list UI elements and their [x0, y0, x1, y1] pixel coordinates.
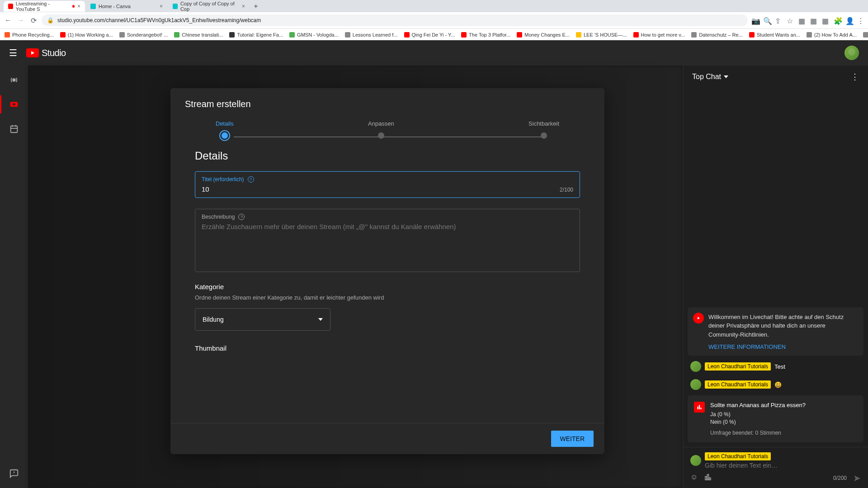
chat-text: 😃	[774, 381, 782, 388]
next-button[interactable]: WEITER	[551, 431, 594, 447]
camera-icon[interactable]: 📷	[751, 17, 759, 24]
bookmark-item[interactable]: Chinese translati...	[174, 32, 223, 38]
tab-favicon	[90, 4, 96, 9]
youtube-icon	[693, 313, 704, 324]
share-icon[interactable]: ⇧	[775, 17, 782, 24]
reload-button[interactable]: ⟳	[29, 16, 38, 25]
bookmark-item[interactable]: Lessons Learned f...	[345, 32, 398, 38]
tab-close-icon[interactable]: ×	[77, 3, 80, 9]
url-input[interactable]: 🔒 studio.youtube.com/channel/UC1a5FWVn0g…	[42, 14, 748, 26]
poll-option: Ja (0 %)	[710, 411, 857, 418]
step-customize[interactable]: Anpassen	[368, 120, 394, 139]
svg-rect-8	[708, 474, 709, 480]
bookmark-item[interactable]: Phone Recycling...	[5, 32, 54, 38]
svg-rect-6	[700, 408, 701, 409]
step-visibility[interactable]: Sichtbarkeit	[528, 120, 559, 139]
back-button[interactable]: ←	[4, 16, 13, 25]
emoji-icon[interactable]: ☺	[690, 473, 698, 483]
studio-logo[interactable]: Studio	[26, 48, 66, 58]
webcam-icon[interactable]	[9, 99, 19, 110]
bookmark-item[interactable]: The Top 3 Platfor...	[461, 32, 510, 38]
extension-icon[interactable]: ▦	[798, 17, 806, 24]
forward-button[interactable]: →	[16, 16, 25, 25]
poll-card: Sollte man Ananas auf Pizza essen? Ja (0…	[688, 395, 863, 442]
tab-close-icon[interactable]: ×	[242, 3, 245, 9]
manage-icon[interactable]	[9, 123, 19, 134]
new-tab-button[interactable]: +	[250, 1, 261, 12]
recording-dot-icon	[72, 5, 75, 8]
modal-body: Details Titel (erforderlich) ? 10 2/100 …	[170, 139, 604, 423]
bookmark-item[interactable]: GMSN - Vologda...	[289, 32, 339, 38]
svg-rect-5	[699, 405, 700, 409]
lock-icon: 🔒	[47, 17, 54, 23]
browser-tab[interactable]: Copy of Copy of Copy of Cop ×	[168, 1, 250, 12]
bookmark-item[interactable]: How to get more v...	[633, 32, 685, 38]
browser-tab-active[interactable]: Livestreaming - YouTube S ×	[4, 1, 85, 12]
youtube-play-icon	[26, 48, 39, 57]
extension-icon[interactable]: ▦	[810, 17, 817, 24]
url-text: studio.youtube.com/channel/UC1a5FWVn0gUk…	[57, 17, 261, 23]
tab-title: Livestreaming - YouTube S	[16, 1, 70, 12]
poll-question: Sollte man Ananas auf Pizza essen?	[710, 402, 857, 408]
step-details[interactable]: Details	[216, 120, 234, 139]
chat-avatar[interactable]	[690, 361, 701, 372]
browser-tab[interactable]: Home - Canva ×	[86, 1, 167, 12]
tab-close-icon[interactable]: ×	[160, 3, 163, 9]
chat-message: Leon Chaudhari Tutorials Test	[688, 359, 863, 374]
more-info-link[interactable]: WEITERE INFORMATIONEN	[708, 343, 858, 350]
step-circle-icon	[541, 132, 547, 139]
chat-messages: Willkommen im Livechat! Bitte achte auf …	[683, 88, 868, 447]
user-avatar[interactable]	[844, 46, 859, 60]
category-dropdown[interactable]: Bildung	[195, 308, 330, 331]
author-badge[interactable]: Leon Chaudhari Tutorials	[705, 362, 771, 371]
create-stream-modal: Stream erstellen Details Anpassen Sichtb…	[170, 88, 604, 454]
bookmark-item[interactable]: Money Changes E...	[517, 32, 570, 38]
category-label: Kategorie	[195, 283, 580, 291]
zoom-icon[interactable]: 🔍	[763, 17, 770, 24]
title-field[interactable]: Titel (erforderlich) ? 10 2/100	[195, 171, 580, 198]
title-label: Titel (erforderlich) ?	[202, 176, 573, 183]
chat-input[interactable]: Gib hier deinen Text ein…	[705, 462, 861, 469]
poll-icon	[694, 402, 705, 413]
title-input[interactable]: 10	[202, 185, 573, 193]
bookmark-item[interactable]: Qing Fei De Yi - Y...	[404, 32, 455, 38]
bookmark-item[interactable]: Datenschutz – Re...	[691, 32, 743, 38]
bookmark-item[interactable]: Sonderangebot! ...	[119, 32, 168, 38]
bookmark-item[interactable]: Tutorial: Eigene Fa...	[229, 32, 283, 38]
poll-create-icon[interactable]	[704, 473, 712, 483]
chat-avatar[interactable]	[690, 379, 701, 390]
browser-chrome: Livestreaming - YouTube S × Home - Canva…	[0, 0, 868, 28]
bookmark-item[interactable]: LEE 'S HOUSE—...	[576, 32, 627, 38]
chat-options-icon[interactable]: ⋮	[851, 72, 859, 82]
stream-icon[interactable]	[9, 75, 19, 85]
bookmark-item[interactable]: Student Wants an...	[749, 32, 800, 38]
description-field[interactable]: Beschreibung ? Erzähle Zuschauern mehr ü…	[195, 209, 580, 272]
extension-icon[interactable]: ▦	[822, 17, 829, 24]
feedback-icon[interactable]	[9, 468, 19, 479]
star-icon[interactable]: ☆	[787, 17, 794, 24]
author-badge[interactable]: Leon Chaudhari Tutorials	[705, 380, 771, 389]
bookmark-item[interactable]: (2) How To Add A...	[807, 32, 857, 38]
help-icon[interactable]: ?	[238, 214, 245, 220]
poll-option: Nein (0 %)	[710, 419, 857, 425]
bookmark-item[interactable]: Download - Cooki...	[863, 32, 868, 38]
tab-favicon	[8, 4, 13, 9]
chat-text: Test	[774, 363, 785, 370]
title-char-count: 2/100	[560, 187, 573, 193]
chevron-down-icon	[724, 75, 728, 78]
hamburger-icon[interactable]: ☰	[9, 47, 17, 58]
description-label: Beschreibung ?	[202, 214, 573, 220]
menu-icon[interactable]: ⋮	[857, 17, 864, 24]
description-input[interactable]: Erzähle Zuschauern mehr über deinen Stre…	[202, 223, 573, 230]
extensions-icon[interactable]: 🧩	[834, 17, 841, 24]
studio-text: Studio	[42, 48, 66, 58]
poll-ended: Umfrage beendet: 0 Stimmen	[710, 430, 857, 436]
profile-icon[interactable]: 👤	[845, 17, 853, 24]
chat-mode-selector[interactable]: Top Chat	[692, 73, 728, 81]
step-circle-icon	[222, 132, 228, 139]
help-icon[interactable]: ?	[248, 176, 254, 183]
bookmark-item[interactable]: (1) How Working a...	[60, 32, 113, 38]
send-icon[interactable]: ➤	[853, 473, 861, 483]
modal-title: Stream erstellen	[170, 88, 604, 117]
svg-rect-9	[709, 478, 711, 480]
